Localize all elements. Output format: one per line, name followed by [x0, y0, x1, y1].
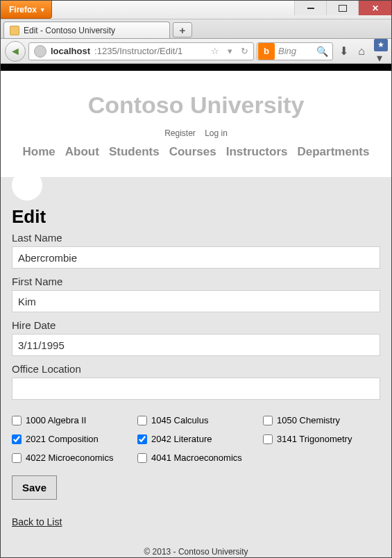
page-viewport: Contoso University Register Log in Home … — [1, 64, 391, 557]
course-checkbox-input[interactable] — [263, 434, 273, 444]
bookmarks-menu-button[interactable]: ★▾ — [372, 37, 387, 65]
office-location-label: Office Location — [12, 363, 380, 375]
window-minimize-button[interactable] — [294, 1, 326, 15]
hire-date-input[interactable] — [12, 334, 380, 356]
last-name-input[interactable] — [12, 246, 380, 269]
page-favicon — [10, 26, 19, 35]
course-checkbox-label: 3141 Trigonometry — [277, 434, 352, 444]
course-checkbox-label: 1000 Algebra II — [26, 415, 86, 425]
window-controls — [294, 1, 391, 19]
search-icon[interactable]: 🔍 — [312, 46, 332, 57]
course-checkbox-label: 2021 Composition — [26, 434, 99, 444]
course-checkbox-input[interactable] — [137, 416, 147, 425]
course-checkbox-label: 2042 Literature — [151, 434, 212, 444]
main-nav: Home About Students Courses Instructors … — [1, 138, 391, 167]
account-links: Register Log in — [1, 128, 391, 138]
course-checkbox[interactable]: 3141 Trigonometry — [263, 434, 380, 444]
tab-title: Edit - Contoso University — [24, 26, 115, 35]
new-tab-button[interactable]: + — [173, 22, 192, 37]
window-maximize-button[interactable] — [326, 1, 358, 15]
nav-courses[interactable]: Courses — [169, 145, 216, 159]
save-button[interactable]: Save — [12, 475, 57, 500]
url-path: :1235/Instructor/Edit/1 — [94, 46, 182, 56]
site-header: Contoso University Register Log in Home … — [1, 71, 391, 177]
login-link[interactable]: Log in — [205, 128, 228, 138]
content-area: Edit Last Name First Name Hire Date Offi… — [1, 177, 391, 557]
top-stripe — [1, 64, 391, 71]
course-checkbox-input[interactable] — [263, 416, 273, 425]
course-checkbox-label: 4022 Microeconomics — [26, 453, 113, 463]
firefox-menu-label: Firefox — [9, 5, 37, 15]
course-checkbox-input[interactable] — [12, 453, 22, 463]
bookmark-star-icon[interactable]: ☆ — [209, 46, 221, 56]
course-checkbox[interactable]: 1050 Chemistry — [263, 415, 380, 425]
url-host: localhost — [51, 46, 90, 56]
first-name-label: First Name — [12, 276, 380, 287]
tab-strip: Edit - Contoso University + — [1, 19, 391, 39]
nav-instructors[interactable]: Instructors — [226, 145, 288, 159]
reload-icon[interactable]: ↻ — [239, 46, 250, 56]
arrow-left-icon: ◄ — [10, 45, 21, 58]
hire-date-label: Hire Date — [12, 319, 380, 331]
avatar-placeholder — [12, 170, 42, 201]
nav-about[interactable]: About — [65, 145, 99, 159]
course-checkbox-input[interactable] — [12, 434, 22, 444]
course-checkbox-label: 1045 Calculus — [151, 415, 208, 425]
last-name-label: Last Name — [12, 232, 380, 244]
course-checkbox-grid: 1000 Algebra II1045 Calculus1050 Chemist… — [12, 415, 380, 463]
nav-departments[interactable]: Departments — [297, 145, 369, 159]
office-location-input[interactable] — [12, 378, 380, 400]
course-checkbox[interactable]: 1045 Calculus — [137, 415, 255, 425]
window-close-button[interactable] — [358, 1, 391, 15]
site-footer: © 2013 - Contoso University — [1, 534, 391, 557]
nav-students[interactable]: Students — [109, 145, 160, 159]
nav-home[interactable]: Home — [23, 145, 56, 159]
globe-icon — [34, 45, 46, 58]
first-name-input[interactable] — [12, 290, 380, 312]
course-checkbox-label: 1050 Chemistry — [277, 415, 340, 425]
course-checkbox[interactable]: 2042 Literature — [137, 434, 255, 444]
search-box[interactable]: b Bing 🔍 — [257, 42, 333, 60]
titlebar-spacer — [52, 1, 294, 19]
browser-tab[interactable]: Edit - Contoso University — [3, 22, 170, 38]
course-checkbox[interactable]: 4041 Macroeconomics — [137, 453, 255, 463]
back-button[interactable]: ◄ — [5, 41, 26, 62]
downloads-icon[interactable]: ⬇ — [336, 44, 351, 58]
url-toolbar: ◄ localhost:1235/Instructor/Edit/1 ☆ ▾ ↻… — [1, 39, 391, 64]
window-titlebar: Firefox ▾ — [1, 1, 391, 19]
bing-icon: b — [258, 43, 275, 60]
home-icon[interactable]: ⌂ — [354, 45, 369, 58]
course-checkbox-label: 4041 Macroeconomics — [151, 453, 242, 463]
course-checkbox-input[interactable] — [137, 453, 147, 463]
site-title: Contoso University — [1, 92, 391, 119]
register-link[interactable]: Register — [164, 128, 196, 138]
course-checkbox[interactable]: 4022 Microeconomics — [12, 453, 129, 463]
address-bar[interactable]: localhost:1235/Instructor/Edit/1 ☆ ▾ ↻ — [28, 42, 254, 60]
page-heading: Edit — [12, 206, 380, 228]
back-to-list-link[interactable]: Back to List — [12, 516, 62, 527]
firefox-menu-button[interactable]: Firefox ▾ — [1, 1, 52, 19]
course-checkbox-input[interactable] — [137, 434, 147, 444]
bookmarks-icon: ★ — [374, 39, 388, 51]
course-checkbox[interactable]: 1000 Algebra II — [12, 415, 129, 425]
course-checkbox[interactable]: 2021 Composition — [12, 434, 129, 444]
dropdown-icon[interactable]: ▾ — [225, 46, 235, 56]
course-checkbox-input[interactable] — [12, 416, 22, 425]
search-placeholder: Bing — [275, 46, 312, 56]
chevron-down-icon: ▾ — [41, 6, 44, 13]
